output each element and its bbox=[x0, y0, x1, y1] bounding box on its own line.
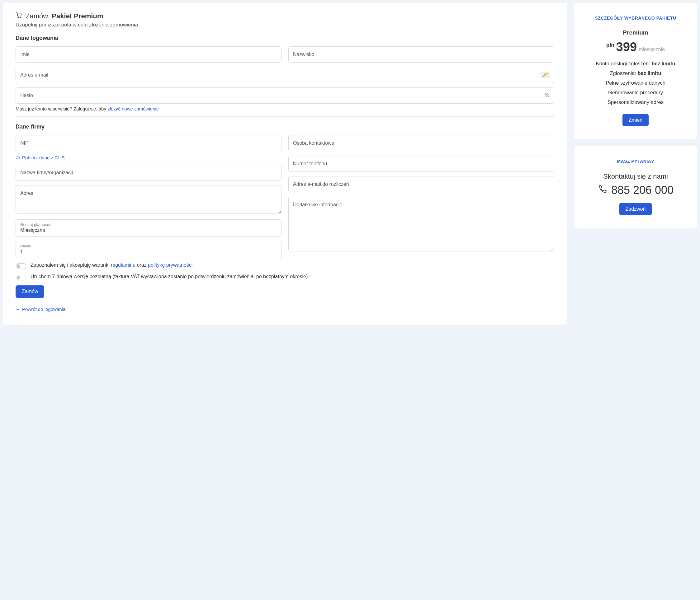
contact-card: MASZ PYTANIA? Skontaktuj się z nami 885 … bbox=[574, 146, 697, 228]
back-to-login-link[interactable]: ← Powrót do logowania bbox=[16, 307, 66, 312]
contact-person-input[interactable] bbox=[289, 135, 554, 151]
package-select[interactable]: Pakiet 1 bbox=[16, 241, 281, 258]
last-name-input[interactable] bbox=[289, 46, 554, 62]
plan-name: Premium bbox=[584, 29, 687, 36]
contact-phone-number: 885 206 000 bbox=[611, 184, 674, 197]
submit-order-button[interactable]: Zamów bbox=[16, 285, 44, 298]
email-input[interactable] bbox=[16, 67, 554, 83]
plan-feature: Konto obsługi zgłoszeń: bez limitu bbox=[584, 61, 687, 67]
plan-feature: Pełne szyfrowanie danych bbox=[584, 80, 687, 86]
contact-card-heading: MASZ PYTANIA? bbox=[584, 159, 687, 164]
plan-details-card: SZCZEGÓŁY WYBRANEGO PAKIETU Premium pln … bbox=[574, 3, 697, 139]
change-plan-button[interactable]: Zmień bbox=[622, 114, 649, 126]
eye-off-icon[interactable] bbox=[544, 93, 550, 99]
first-name-input[interactable] bbox=[16, 46, 281, 62]
phone-input[interactable] bbox=[289, 156, 554, 172]
company-section-heading: Dane firmy bbox=[16, 124, 554, 130]
terms-link[interactable]: regulaminu bbox=[111, 262, 135, 268]
call-button[interactable]: Zadzwoń bbox=[619, 203, 652, 215]
order-form-panel: Zamów: Pakiet Premium Uzupełnij poniższe… bbox=[3, 3, 567, 324]
plan-feature: Spersonalizowany adres bbox=[584, 99, 687, 105]
accept-terms-label: Zapoznałem się i akceptuję warunki regul… bbox=[30, 262, 193, 268]
plan-feature: Zgłoszenia: bez limitu bbox=[584, 70, 687, 76]
password-input[interactable] bbox=[16, 87, 554, 104]
free-trial-toggle[interactable] bbox=[16, 275, 26, 280]
plan-feature: Generowanie procedury bbox=[584, 89, 687, 96]
company-name-input[interactable] bbox=[16, 165, 281, 181]
nip-input[interactable] bbox=[16, 135, 281, 151]
page-title: Zamów: Pakiet Premium bbox=[26, 12, 103, 20]
extra-info-input[interactable] bbox=[289, 197, 554, 252]
key-suggestion-icon[interactable]: 🔑ˇ bbox=[540, 72, 550, 78]
arrow-left-icon: ← bbox=[16, 307, 20, 312]
phone-icon bbox=[598, 185, 607, 196]
free-trial-label: Uruchom 7-dniową wersję bezpłatną (faktu… bbox=[30, 274, 308, 280]
login-section-heading: Dane logowania bbox=[16, 35, 554, 42]
page-subtitle: Uzupełnij poniższe pola w celu złożenia … bbox=[16, 22, 554, 28]
privacy-link[interactable]: politykę prywatności bbox=[148, 262, 193, 268]
svg-point-0 bbox=[18, 17, 19, 18]
plan-features: Konto obsługi zgłoszeń: bez limitu Zgłos… bbox=[584, 61, 687, 105]
gus-fetch-link[interactable]: Pobierz dane z GUS bbox=[16, 155, 65, 160]
divider bbox=[16, 116, 554, 117]
cart-icon bbox=[16, 12, 22, 21]
svg-point-1 bbox=[20, 17, 21, 18]
address-input[interactable] bbox=[16, 185, 281, 214]
contact-subheading: Skontaktuj się z nami bbox=[584, 173, 687, 181]
billing-email-input[interactable] bbox=[289, 176, 554, 192]
plan-card-heading: SZCZEGÓŁY WYBRANEGO PAKIETU bbox=[584, 16, 687, 21]
plan-price: pln 399 miesięcznie bbox=[584, 40, 687, 54]
payment-type-select[interactable]: Rodzaj płatności Miesięczna bbox=[16, 219, 281, 236]
accept-terms-toggle[interactable] bbox=[16, 263, 26, 269]
